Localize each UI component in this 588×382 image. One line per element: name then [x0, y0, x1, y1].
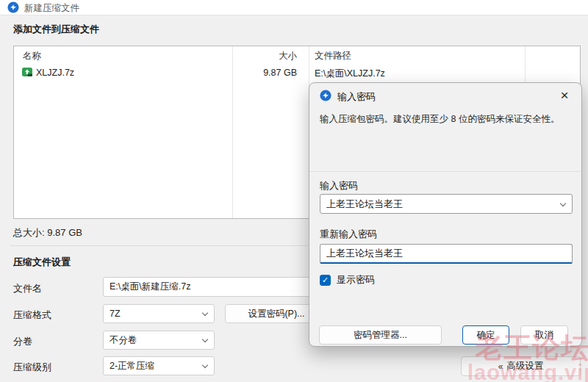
level-value: 2-正常压缩 — [110, 360, 154, 372]
volume-select[interactable]: 不分卷 — [103, 331, 215, 350]
confirm-password-input[interactable]: 上老王论坛当老王 — [320, 244, 573, 264]
ok-button-label: 确定 — [477, 329, 495, 342]
collapse-icon: « — [498, 361, 503, 372]
password-value: 上老王论坛当老王 — [326, 198, 403, 211]
file-path-cell[interactable]: E:\桌面\XLJZJ.7z — [315, 68, 385, 80]
password-manager-label: 密码管理器... — [354, 329, 407, 342]
bandizip-new-archive-window: 新建压缩文件 添加文件到压缩文件 名称 大小 文件路径 XLJZJ.7z 9.8… — [0, 0, 588, 382]
section-archive-settings-header: 压缩文件设置 — [13, 256, 71, 269]
chevron-down-icon — [202, 363, 208, 369]
set-password-button-label: 设置密码(P)... — [248, 308, 304, 320]
advanced-settings-button[interactable]: « 高级设置 — [461, 356, 581, 376]
filename-value: E:\桌面\新建压缩.7z — [110, 281, 190, 293]
chevron-down-icon — [560, 201, 566, 207]
volume-label: 分卷 — [13, 335, 32, 348]
level-select[interactable]: 2-正常压缩 — [103, 356, 215, 375]
dialog-title: 输入密码 — [337, 90, 376, 104]
dialog-app-icon — [320, 90, 331, 101]
cancel-button[interactable]: 取消 — [520, 325, 568, 345]
chevron-down-icon — [202, 337, 208, 343]
file-size-cell[interactable]: 9.87 GB — [232, 68, 303, 78]
format-label: 压缩格式 — [13, 309, 51, 322]
advanced-settings-label: 高级设置 — [506, 360, 543, 372]
column-header-path[interactable]: 文件路径 — [315, 50, 351, 62]
divider — [309, 171, 581, 172]
column-header-name[interactable]: 名称 — [23, 50, 41, 62]
app-logo-icon — [7, 1, 19, 13]
checkmark-icon: ✓ — [322, 276, 329, 284]
volume-value: 不分卷 — [110, 334, 137, 347]
window-titlebar: 新建压缩文件 — [0, 0, 588, 15]
level-label: 压缩级别 — [13, 361, 51, 374]
section-add-files-header: 添加文件到压缩文件 — [13, 23, 99, 36]
show-password-row[interactable]: ✓ 显示密码 — [320, 273, 375, 286]
close-icon[interactable]: × — [555, 86, 574, 105]
format-select[interactable]: 7Z — [103, 304, 215, 323]
confirm-password-label: 重新输入密码 — [320, 228, 377, 241]
show-password-label: 显示密码 — [337, 273, 375, 286]
show-password-checkbox[interactable]: ✓ — [320, 275, 331, 286]
confirm-password-value: 上老王论坛当老王 — [326, 247, 403, 260]
cancel-button-label: 取消 — [535, 329, 553, 342]
password-label: 输入密码 — [320, 179, 358, 192]
ok-button[interactable]: 确定 — [462, 325, 509, 345]
total-size-label: 总大小: 9.87 GB — [13, 226, 82, 239]
file-name-cell[interactable]: XLJZJ.7z — [36, 68, 74, 78]
column-header-size[interactable]: 大小 — [232, 50, 303, 62]
chevron-down-icon — [202, 311, 208, 317]
archive-file-icon — [21, 66, 33, 78]
window-title: 新建压缩文件 — [24, 2, 79, 15]
dialog-description: 输入压缩包密码。建议使用至少 8 位的密码来保证安全性。 — [320, 112, 571, 126]
password-manager-button[interactable]: 密码管理器... — [319, 325, 442, 345]
filename-label: 文件名 — [13, 282, 42, 295]
enter-password-dialog: 输入密码 × 输入压缩包密码。建议使用至少 8 位的密码来保证安全性。 输入密码… — [309, 82, 582, 347]
format-value: 7Z — [110, 309, 121, 319]
password-combobox[interactable]: 上老王论坛当老王 — [320, 194, 573, 214]
